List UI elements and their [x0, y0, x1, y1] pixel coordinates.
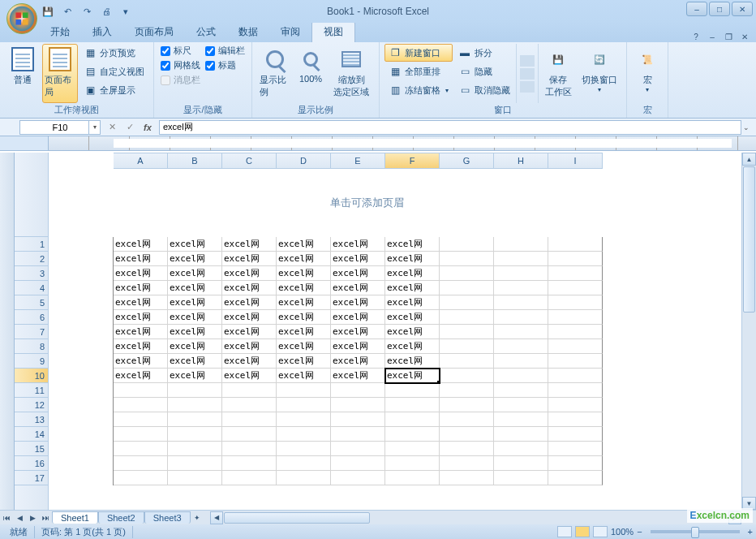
cell[interactable]: excel网 [168, 310, 222, 325]
cell[interactable] [440, 339, 494, 354]
cell[interactable] [440, 252, 494, 266]
cell[interactable]: excel网 [385, 295, 440, 310]
cell[interactable]: excel网 [114, 266, 168, 281]
print-preview-icon[interactable]: 🖨 [97, 2, 115, 20]
cell[interactable]: excel网 [277, 266, 331, 281]
cell[interactable] [548, 339, 603, 354]
cell[interactable] [114, 471, 168, 485]
cell[interactable]: excel网 [168, 325, 222, 339]
cell[interactable] [548, 398, 603, 412]
row-header[interactable]: 12 [15, 398, 48, 412]
column-header[interactable]: F [385, 153, 440, 169]
cell[interactable] [222, 412, 277, 427]
cell[interactable] [494, 456, 548, 471]
row-header[interactable]: 4 [15, 281, 48, 295]
cell[interactable]: excel网 [385, 237, 440, 252]
row-header[interactable]: 3 [15, 266, 48, 281]
tab-page-layout[interactable]: 页面布局 [123, 22, 185, 42]
vscroll-thumb[interactable] [743, 166, 755, 313]
column-header[interactable]: C [222, 153, 277, 169]
cell[interactable]: excel网 [222, 310, 277, 325]
cell[interactable] [548, 427, 603, 442]
cell[interactable]: excel网 [168, 237, 222, 252]
cell[interactable] [494, 237, 548, 252]
switch-windows-button[interactable]: 🔄 切换窗口 ▾ [578, 44, 621, 103]
tab-data[interactable]: 数据 [227, 22, 269, 42]
cell[interactable]: excel网 [385, 266, 440, 281]
enter-icon[interactable]: ✓ [122, 120, 138, 135]
cell[interactable] [331, 412, 385, 427]
cancel-icon[interactable]: ✕ [104, 120, 120, 135]
office-button[interactable] [6, 3, 37, 34]
cell[interactable] [440, 295, 494, 310]
maximize-button[interactable]: □ [709, 2, 730, 16]
cell[interactable] [548, 252, 603, 266]
cell[interactable] [440, 354, 494, 369]
cell[interactable] [548, 310, 603, 325]
cell[interactable] [277, 398, 331, 412]
row-header[interactable]: 2 [15, 252, 48, 266]
cell[interactable]: excel网 [277, 339, 331, 354]
sync-scroll-icon[interactable] [520, 68, 535, 80]
row-header[interactable]: 5 [15, 295, 48, 310]
view-side-by-side-icon[interactable] [520, 55, 535, 67]
sheet-tab-1[interactable]: Sheet1 [52, 511, 98, 524]
custom-views-button[interactable]: ▤自定义视图 [79, 63, 148, 80]
cell[interactable] [385, 412, 440, 427]
column-header[interactable]: I [548, 153, 603, 169]
cell[interactable]: excel网 [331, 237, 385, 252]
cell[interactable]: excel网 [222, 266, 277, 281]
column-header[interactable]: G [440, 153, 494, 169]
cell[interactable]: excel网 [168, 339, 222, 354]
cell[interactable] [494, 266, 548, 281]
zoom-level[interactable]: 100% [611, 527, 634, 537]
row-header[interactable]: 6 [15, 310, 48, 325]
cell[interactable] [277, 427, 331, 442]
cell[interactable]: excel网 [331, 266, 385, 281]
zoom-button[interactable]: 显示比例 [257, 44, 293, 103]
cell[interactable] [331, 471, 385, 485]
cell[interactable] [548, 295, 603, 310]
row-header[interactable]: 14 [15, 427, 48, 442]
cell[interactable] [440, 412, 494, 427]
cell[interactable] [168, 412, 222, 427]
minimize-button[interactable]: – [686, 2, 707, 16]
cell[interactable] [331, 427, 385, 442]
undo-icon[interactable]: ↶ [58, 2, 76, 20]
cell[interactable] [548, 369, 603, 383]
save-workspace-button[interactable]: 💾 保存 工作区 [540, 44, 576, 103]
vertical-ruler[interactable] [0, 153, 15, 510]
cell[interactable] [222, 471, 277, 485]
cell[interactable] [548, 281, 603, 295]
tab-insert[interactable]: 插入 [81, 22, 123, 42]
cell[interactable]: excel网 [114, 310, 168, 325]
cell[interactable] [440, 281, 494, 295]
cell[interactable]: excel网 [277, 369, 331, 383]
row-header[interactable]: 9 [15, 354, 48, 369]
tab-nav-prev-icon[interactable]: ◀ [13, 511, 26, 524]
close-button[interactable]: ✕ [732, 2, 753, 16]
cell[interactable] [548, 471, 603, 485]
cell[interactable] [548, 237, 603, 252]
split-button[interactable]: ▬拆分 [454, 44, 514, 62]
cell[interactable] [114, 456, 168, 471]
cell[interactable]: excel网 [114, 325, 168, 339]
cell[interactable] [114, 412, 168, 427]
cell[interactable] [385, 398, 440, 412]
new-window-button[interactable]: ❐新建窗口 [384, 44, 453, 62]
cell[interactable]: excel网 [168, 266, 222, 281]
cell[interactable]: excel网 [168, 281, 222, 295]
cell[interactable] [440, 427, 494, 442]
scroll-left-button[interactable]: ◀ [210, 511, 223, 524]
row-header[interactable]: 8 [15, 339, 48, 354]
cell[interactable] [440, 398, 494, 412]
arrange-all-button[interactable]: ▦全部重排 [384, 63, 453, 80]
tab-view[interactable]: 视图 [311, 21, 355, 42]
cell[interactable] [385, 456, 440, 471]
cell[interactable] [440, 456, 494, 471]
cell[interactable]: excel网 [385, 339, 440, 354]
cell[interactable]: excel网 [277, 310, 331, 325]
ruler-checkbox[interactable]: 标尺 [159, 44, 202, 58]
cell[interactable] [494, 383, 548, 398]
cell[interactable]: excel网 [168, 295, 222, 310]
